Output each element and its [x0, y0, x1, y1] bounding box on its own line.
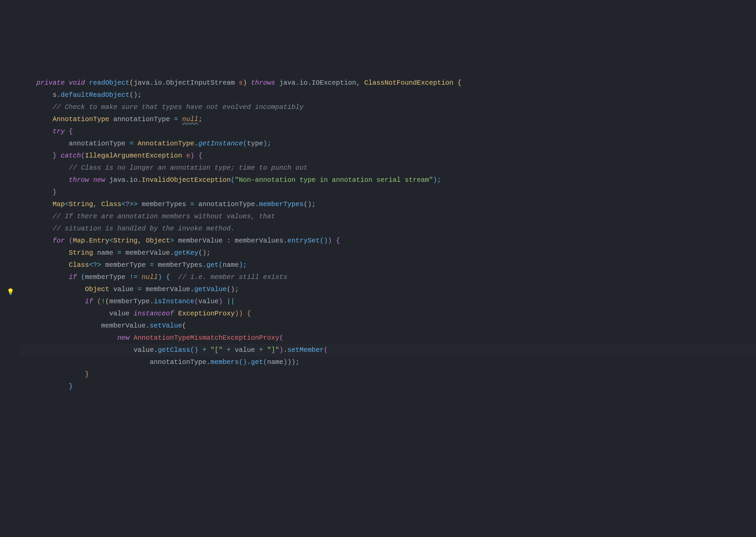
code-line: for (Map.Entry<String, Object> memberVal…	[20, 237, 340, 245]
code-line: }	[20, 383, 73, 390]
code-line: }	[20, 370, 89, 378]
code-line: Map<String, Class<?>> memberTypes = anno…	[20, 200, 316, 208]
code-line: value.getClass() + "[" + value + "]").se…	[20, 344, 756, 356]
editor-gutter: 💡	[0, 0, 17, 453]
code-line: String name = memberValue.getKey();	[20, 249, 210, 257]
code-line: try {	[20, 128, 73, 135]
code-line: // situation is handled by the invoke me…	[20, 225, 235, 232]
code-line: annotationType.members().get(name)));	[20, 358, 299, 366]
code-editor[interactable]: private void readObject(java.io.ObjectIn…	[20, 77, 756, 393]
code-line: // Check to make sure that types have no…	[20, 103, 303, 111]
intention-bulb-icon[interactable]: 💡	[7, 286, 14, 298]
code-line: AnnotationType annotationType = null;	[20, 115, 202, 123]
code-line: if (!(memberType.isInstance(value) ||	[20, 298, 235, 305]
code-line: new AnnotationTypeMismatchExceptionProxy…	[20, 334, 283, 342]
code-line: private void readObject(java.io.ObjectIn…	[20, 79, 461, 87]
code-line: annotationType = AnnotationType.getInsta…	[20, 140, 271, 147]
code-line: } catch(IllegalArgumentException e) {	[20, 152, 202, 160]
code-line: s.defaultReadObject();	[20, 91, 142, 99]
code-line: // Class is no longer an annotation type…	[20, 164, 308, 172]
code-line: }	[20, 188, 57, 196]
code-line: throw new java.io.InvalidObjectException…	[20, 176, 441, 184]
code-line: Class<?> memberType = memberTypes.get(na…	[20, 261, 247, 269]
code-line: Object value = memberValue.getValue();	[20, 285, 239, 293]
code-line: value instanceof ExceptionProxy)) {	[20, 310, 251, 317]
code-line: memberValue.setValue(	[20, 322, 186, 330]
code-line: if (memberType != null) { // i.e. member…	[20, 273, 287, 281]
code-line: // If there are annotation members witho…	[20, 213, 275, 220]
